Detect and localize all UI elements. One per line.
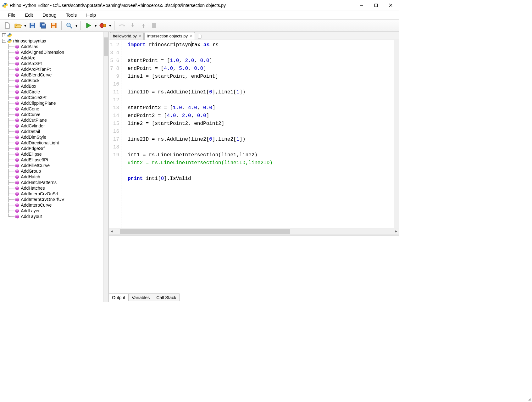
step-over-button[interactable] xyxy=(117,20,127,31)
save-button[interactable] xyxy=(27,20,37,31)
tree-item[interactable]: ├┈┈AddAlias xyxy=(0,44,108,49)
tab-callstack[interactable]: Call Stack xyxy=(153,293,180,301)
open-dropdown[interactable]: ▾ xyxy=(24,23,27,28)
toolbar: ▾ ▾ ▾ ▾ xyxy=(0,19,399,32)
editor-vscrollbar[interactable] xyxy=(394,40,399,228)
tree-item[interactable]: ├┈┈AddBlendCurve xyxy=(0,72,108,78)
line-gutter: 1 2 3 4 5 6 7 8 9 10 11 12 13 14 15 16 1… xyxy=(109,40,121,228)
tab-intersection-objects[interactable]: intersection objects.py × xyxy=(144,32,195,40)
tree-item-label: AddFilletCurve xyxy=(21,163,50,168)
stop-button[interactable] xyxy=(149,20,159,31)
menu-help[interactable]: Help xyxy=(82,11,100,19)
tree-item[interactable]: ├┈┈AddArcPtTanPt xyxy=(0,66,108,72)
run-button[interactable] xyxy=(83,20,93,31)
title-bar: Rhino Python Editor - C:\Users\scottd\Ap… xyxy=(0,0,399,10)
breakpoint-dropdown[interactable]: ▾ xyxy=(108,23,112,28)
tree-node-rhinoscriptsyntax[interactable]: −rhinoscriptsyntax xyxy=(0,38,108,44)
save-all-button[interactable] xyxy=(38,20,48,31)
window-title: Rhino Python Editor - C:\Users\scottd\Ap… xyxy=(10,3,354,8)
menu-tools[interactable]: Tools xyxy=(61,11,81,19)
tree-item-label: AddBlock xyxy=(21,78,39,83)
tree-item-label: AddCutPlane xyxy=(21,118,47,123)
step-out-button[interactable] xyxy=(138,20,148,31)
tree-item[interactable]: ├┈┈AddClippingPlane xyxy=(0,100,108,106)
tree-item[interactable]: ├┈┈AddHatchPatterns xyxy=(0,180,108,185)
tree-item-label: AddAlignedDimension xyxy=(21,50,64,55)
tree-item[interactable]: ├┈┈AddBox xyxy=(0,83,108,89)
run-dropdown[interactable]: ▾ xyxy=(94,23,97,28)
tree-item-label: AddBox xyxy=(21,84,36,89)
menu-edit[interactable]: Edit xyxy=(20,11,37,19)
tree-item[interactable]: ├┈┈AddEllipse3Pt xyxy=(0,157,108,163)
tree-item[interactable]: ├┈┈AddEdgeSrf xyxy=(0,146,108,151)
tab-helloworld[interactable]: helloworld.py × xyxy=(110,32,144,40)
tree-item[interactable]: ├┈┈AddInterpCrvOnSrfUV xyxy=(0,197,108,202)
svg-rect-12 xyxy=(52,26,55,28)
menu-file[interactable]: File xyxy=(3,11,20,19)
tree-item[interactable]: ├┈┈AddFilletCurve xyxy=(0,163,108,168)
menu-bar: File Edit Debug Tools Help xyxy=(0,10,399,19)
tree-item[interactable]: ├┈┈AddAlignedDimension xyxy=(0,49,108,55)
tree-item[interactable]: ├┈┈AddCylinder xyxy=(0,123,108,129)
tree-item[interactable]: ├┈┈AddHatch xyxy=(0,174,108,180)
svg-rect-1 xyxy=(375,4,378,7)
tree-item-label: AddHatch xyxy=(21,174,40,179)
minimize-button[interactable] xyxy=(354,1,369,10)
tree-item-label: AddHatches xyxy=(21,186,45,191)
tree-item[interactable]: ├┈┈AddLayer xyxy=(0,208,108,214)
tree-item-label: AddArc3Pt xyxy=(21,61,42,66)
tree-item[interactable]: └┈┈AddLayout xyxy=(0,214,108,219)
close-icon[interactable]: × xyxy=(139,34,141,38)
tree-item-label: AddInterpCrvOnSrf xyxy=(21,191,58,196)
svg-rect-17 xyxy=(152,23,156,28)
breakpoint-button[interactable] xyxy=(98,20,108,31)
menu-debug[interactable]: Debug xyxy=(38,11,61,19)
tree-item[interactable]: ├┈┈AddArc xyxy=(0,55,108,61)
code-editor[interactable]: 1 2 3 4 5 6 7 8 9 10 11 12 13 14 15 16 1… xyxy=(109,40,399,228)
tree-item-label: AddHatchPatterns xyxy=(21,180,57,185)
tree-item[interactable]: ├┈┈AddCurve xyxy=(0,112,108,117)
tree-item[interactable]: ├┈┈AddInterpCurve xyxy=(0,202,108,208)
tree-item[interactable]: ├┈┈AddDetail xyxy=(0,129,108,134)
new-file-button[interactable] xyxy=(2,20,12,31)
tree-item[interactable]: ├┈┈AddCone xyxy=(0,106,108,112)
expand-icon[interactable]: + xyxy=(2,33,6,37)
tree-item-label: AddInterpCurve xyxy=(21,203,52,208)
sidebar-scrollbar[interactable] xyxy=(103,32,108,302)
tree-item[interactable]: ├┈┈AddBlock xyxy=(0,78,108,83)
new-tab-button[interactable] xyxy=(196,33,204,40)
module-tree-panel: +−rhinoscriptsyntax├┈┈AddAlias├┈┈AddAlig… xyxy=(0,32,109,302)
tab-variables[interactable]: Variables xyxy=(128,293,153,301)
editor-hscrollbar[interactable]: ◂ ▸ xyxy=(109,228,399,234)
tree-item-label: AddCircle xyxy=(21,89,40,94)
tree-item[interactable]: ├┈┈AddDimStyle xyxy=(0,134,108,140)
output-panel[interactable] xyxy=(109,236,399,293)
tree-item-label: AddCurve xyxy=(21,112,40,117)
tree-item[interactable]: ├┈┈AddArc3Pt xyxy=(0,61,108,66)
tree-item[interactable]: ├┈┈AddInterpCrvOnSrf xyxy=(0,191,108,197)
tree-item[interactable]: ├┈┈AddDirectionalLight xyxy=(0,140,108,146)
find-dropdown[interactable]: ▾ xyxy=(75,23,78,28)
tree-item-label: AddLayout xyxy=(21,214,42,219)
tree-item[interactable]: ├┈┈AddCutPlane xyxy=(0,117,108,123)
open-file-button[interactable] xyxy=(13,20,23,31)
tree-item[interactable]: ├┈┈AddHatches xyxy=(0,185,108,191)
close-button[interactable] xyxy=(383,1,398,10)
tree-item-label: AddGroup xyxy=(21,169,41,174)
tree-item[interactable]: ├┈┈AddCircle xyxy=(0,89,108,95)
tree-item[interactable]: ├┈┈AddGroup xyxy=(0,168,108,174)
tree-item[interactable]: ├┈┈AddCircle3Pt xyxy=(0,95,108,100)
svg-rect-6 xyxy=(31,26,34,28)
bottom-tabs: Output Variables Call Stack xyxy=(109,293,399,302)
maximize-button[interactable] xyxy=(369,1,383,10)
collapse-icon[interactable]: − xyxy=(2,39,6,43)
save-as-button[interactable] xyxy=(49,20,59,31)
close-icon[interactable]: × xyxy=(190,34,192,38)
tab-label: helloworld.py xyxy=(113,34,137,38)
step-into-button[interactable] xyxy=(128,20,138,31)
tree-item-label: AddCylinder xyxy=(21,123,45,128)
find-button[interactable] xyxy=(64,20,74,31)
tab-output[interactable]: Output xyxy=(108,293,129,301)
tree-item[interactable]: ├┈┈AddEllipse xyxy=(0,151,108,157)
tree-node-python[interactable]: + xyxy=(0,32,108,38)
